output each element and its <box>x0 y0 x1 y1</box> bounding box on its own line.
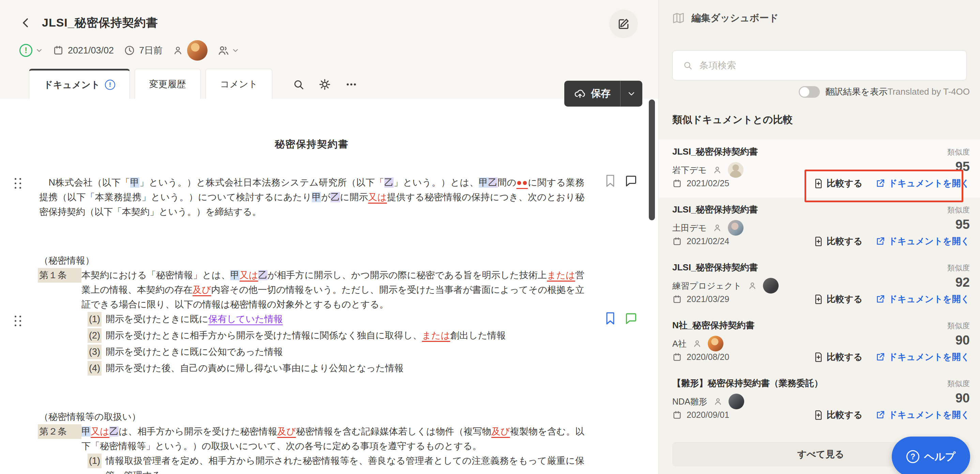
meta-row: ! 2021/03/02 7日前 <box>19 40 658 61</box>
clock-icon <box>124 45 135 56</box>
open-document-label: ドキュメントを開く <box>888 351 970 363</box>
compare-doc-icon <box>814 352 823 362</box>
save-dropdown-button[interactable] <box>620 81 642 106</box>
author-name: NDA雛形 <box>672 396 707 407</box>
highlighted-term: 甲 <box>230 270 240 280</box>
similar-doc-card: JLSI_秘密保持契約書 類似度 練習プロジェクト 92 2021/03/29 <box>659 255 980 313</box>
open-document-link[interactable]: ドキュメントを開く <box>875 293 970 305</box>
tab-history[interactable]: 変更履歴 <box>135 69 201 99</box>
clause-heading: （秘密情報） <box>39 253 584 268</box>
status-dropdown[interactable]: ! <box>19 44 43 57</box>
paragraph: N株式会社（以下「甲」という。）と株式会社日本法務システム研究所（以下「乙」とい… <box>39 175 584 219</box>
avatar <box>728 162 743 178</box>
members-dropdown[interactable] <box>218 44 239 56</box>
author-name: A社 <box>672 338 687 349</box>
bookmark-icon[interactable] <box>605 312 616 325</box>
scrollbar-thumb[interactable] <box>649 100 655 220</box>
highlighted-term: 又は <box>240 270 258 280</box>
help-button[interactable]: ? ヘルプ <box>892 436 970 474</box>
external-link-icon <box>875 352 885 362</box>
tab-history-label: 変更履歴 <box>149 78 186 90</box>
document-header: JLSI_秘密保持契約書 ! 2021/03/02 7日前 <box>0 0 658 99</box>
open-document-link[interactable]: ドキュメントを開く <box>875 235 970 247</box>
similarity-score: 90 <box>956 391 970 406</box>
compare-button[interactable]: 比較する <box>814 178 862 189</box>
owner-chip[interactable] <box>173 40 207 60</box>
clause-number: 第２条 <box>38 424 81 439</box>
search-icon[interactable] <box>293 79 304 90</box>
open-document-link[interactable]: ドキュメントを開く <box>875 351 970 363</box>
drag-handle[interactable] <box>13 176 22 190</box>
similarity-score: 92 <box>956 275 970 290</box>
author-row: 練習プロジェクト <box>672 277 970 294</box>
clause-text: 情報取扱管理者を定め、相手方から開示された秘密情報等を、善良なる管理者としての注… <box>106 453 584 474</box>
last-edited-value: 7日前 <box>139 44 162 57</box>
author-row: 岩下デモ <box>672 162 970 178</box>
save-button-group: 保存 <box>564 81 642 106</box>
save-button-label: 保存 <box>591 87 611 100</box>
card-actions: 比較する ドキュメントを開く <box>814 409 970 421</box>
compare-button[interactable]: 比較する <box>814 235 862 247</box>
doc-date: 2020/09/01 <box>672 410 729 420</box>
clause-heading: （秘密情報等の取扱い） <box>39 410 584 424</box>
clause-search-input[interactable] <box>699 60 956 71</box>
save-button[interactable]: 保存 <box>564 81 620 106</box>
people-icon <box>218 44 229 56</box>
similarity-label: 類似度 <box>947 205 970 215</box>
calendar-icon <box>672 237 682 246</box>
compare-button[interactable]: 比較する <box>814 351 862 363</box>
open-document-label: ドキュメントを開く <box>888 409 970 421</box>
document-date[interactable]: 2021/03/02 <box>53 45 114 56</box>
translate-toggle[interactable] <box>799 86 820 98</box>
drag-handle[interactable] <box>13 314 22 328</box>
compare-doc-icon <box>814 410 823 420</box>
external-link-icon <box>875 237 885 246</box>
highlighted-term: 乙 <box>488 178 498 188</box>
person-icon <box>714 397 722 406</box>
tab-document[interactable]: ドキュメント ! <box>29 69 130 99</box>
bookmark-icon[interactable] <box>605 174 616 187</box>
comment-icon[interactable] <box>625 312 637 324</box>
highlighted-term: 及び <box>192 285 211 295</box>
open-document-link[interactable]: ドキュメントを開く <box>875 409 970 421</box>
comment-icon[interactable] <box>625 175 637 187</box>
doc-date-value: 2021/02/25 <box>687 178 729 188</box>
back-button[interactable] <box>19 16 33 30</box>
similar-doc-title: JLSI_秘密保持契約書 <box>672 204 970 216</box>
highlighted-term: ●● <box>516 178 528 188</box>
tab-comments[interactable]: コメント <box>205 69 273 99</box>
compare-doc-icon <box>814 294 823 304</box>
card-bottom: 2020/08/20 比較する ドキュメントを開く <box>672 351 970 363</box>
card-bottom: 2021/02/24 比較する ドキュメントを開く <box>672 235 970 247</box>
person-icon <box>748 281 757 290</box>
more-options-icon[interactable] <box>345 78 358 90</box>
clause-search-box <box>672 51 967 80</box>
compare-button[interactable]: 比較する <box>814 293 862 305</box>
open-document-link[interactable]: ドキュメントを開く <box>875 178 970 189</box>
owner-avatar[interactable] <box>187 40 207 60</box>
app-window: JLSI_秘密保持契約書 ! 2021/03/02 7日前 <box>0 0 980 474</box>
avatar <box>763 278 779 293</box>
doc-date-value: 2020/09/01 <box>687 410 729 420</box>
clause-text: 開示を受けた後、自己の責めに帰し得ない事由により公知となった情報 <box>106 361 584 376</box>
avatar <box>729 394 744 409</box>
avatar <box>728 220 743 236</box>
clause-link[interactable]: 保有していた情報 <box>208 314 283 324</box>
compare-button[interactable]: 比較する <box>814 409 862 421</box>
external-link-icon <box>875 179 885 188</box>
edit-button[interactable] <box>609 10 638 38</box>
similarity-label: 類似度 <box>947 263 970 273</box>
doc-date: 2021/02/24 <box>672 236 729 246</box>
document-blocks: N株式会社（以下「甲」という。）と株式会社日本法務システム研究所（以下「乙」とい… <box>39 175 584 474</box>
list-item: (3)開示を受けたときに既に公知であった情報 <box>88 345 584 359</box>
gear-icon[interactable] <box>318 78 331 90</box>
page-title: JLSI_秘密保持契約書 <box>42 15 158 31</box>
card-bottom: 2021/03/29 比較する ドキュメントを開く <box>672 293 970 305</box>
similar-doc-title: JLSI_秘密保持契約書 <box>672 146 970 158</box>
document-editor: 秘密保持契約書 N株式会社（以下「甲」という。）と株式会社日本法務システム研究所… <box>0 99 658 474</box>
clause-number: (2) <box>88 328 102 343</box>
list-item: (1)開示を受けたときに既に保有していた情報 <box>88 312 584 327</box>
toggle-knob <box>800 87 809 97</box>
chevron-down-icon <box>36 47 43 54</box>
calendar-icon <box>672 352 682 362</box>
